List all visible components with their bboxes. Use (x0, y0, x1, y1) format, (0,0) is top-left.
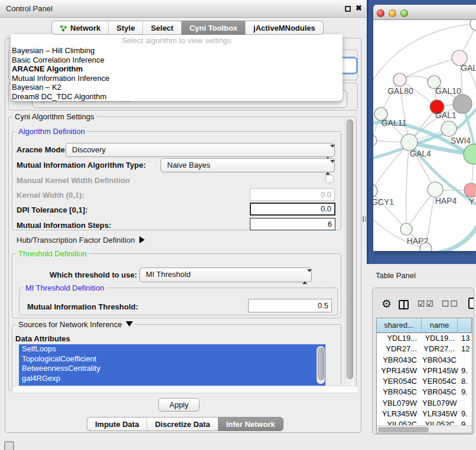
gear-icon[interactable]: ⚙ (382, 297, 392, 311)
algorithm-option[interactable]: Mutual Information Inference (12, 74, 341, 83)
mac-minimize-icon[interactable] (389, 9, 396, 17)
network-edge-thick[interactable] (441, 222, 476, 251)
network-node-gray-node[interactable] (453, 94, 472, 113)
table-cell[interactable]: YDR27... (422, 344, 459, 354)
network-node-salmon[interactable] (464, 183, 476, 197)
table-cell[interactable]: 9. (459, 409, 472, 419)
tab-network[interactable]: Network (51, 21, 108, 35)
close-icon[interactable]: ✖ (356, 4, 362, 12)
network-node-hap2[interactable] (400, 223, 412, 235)
table-cell[interactable]: YBL079W (422, 398, 459, 409)
kernel-width-field[interactable]: 0.0 (250, 188, 335, 201)
network-node-big-green[interactable] (464, 144, 476, 164)
attributes-vscrollbar[interactable] (317, 346, 325, 384)
table-row[interactable]: YPR145WYPR145W9. (377, 366, 472, 376)
table-cell[interactable]: 13 (459, 333, 472, 344)
mac-close-icon[interactable] (377, 9, 384, 17)
deselect-all-checks-icon[interactable]: ☐☐ (442, 299, 459, 308)
table-cell[interactable]: 9. (459, 387, 472, 397)
tab-cyni-toolbox[interactable]: Cyni Toolbox (181, 21, 245, 35)
table-cell[interactable]: YLR345W (422, 409, 459, 419)
table-row[interactable]: YDR27...YDR27...12 (377, 344, 472, 354)
column-header[interactable]: shared... (377, 318, 422, 333)
columns-icon[interactable] (399, 300, 409, 309)
table-cell[interactable]: YBR045C (377, 387, 422, 397)
mi-steps-field[interactable]: 6 (250, 218, 335, 230)
bottom-tab-impute-data[interactable]: Impute Data (87, 417, 146, 431)
algorithm-option[interactable]: Basic Correlation Inference (12, 56, 341, 65)
network-node-hap4[interactable] (428, 182, 443, 197)
panel-divider-grip[interactable] (363, 216, 366, 222)
table-cell[interactable]: 9 (459, 419, 472, 425)
table-hscrollbar-thumb[interactable] (378, 427, 429, 432)
tab-select[interactable]: Select (142, 21, 181, 35)
table-cell[interactable]: YIL052C (377, 419, 422, 425)
select-all-checks-icon[interactable]: ☑☑ (418, 299, 435, 308)
table-row[interactable]: YIL052CYIL052C9 (377, 419, 472, 425)
algorithm-option[interactable]: Dream8 DC_TDC Algorithm (12, 92, 341, 102)
table-cell[interactable]: YPR145W (377, 366, 422, 376)
table-row[interactable]: YBR043CYBR043C (377, 355, 472, 366)
dpi-tolerance-field[interactable]: 0.0 (250, 203, 335, 216)
settings-vscrollbar[interactable] (345, 118, 354, 390)
page-icon[interactable] (468, 298, 474, 309)
network-node-bottom-node[interactable] (420, 243, 432, 251)
table-cell[interactable]: YBL079W (377, 398, 422, 409)
float-window-icon[interactable] (345, 6, 351, 12)
column-header[interactable]: A (458, 318, 472, 333)
table-row[interactable]: YDL19...YDL19...13 (377, 333, 472, 344)
apply-button[interactable]: Apply (158, 398, 200, 412)
table-row[interactable]: YBR045CYBR045C9. (377, 387, 472, 397)
network-node-top-right[interactable] (470, 20, 476, 31)
network-canvas[interactable]: GAL7GAL80GAL10GAL1GAL11SWI4GAL4HAP4YGCY1… (373, 20, 476, 251)
algorithm-option[interactable]: Bayesian – K2 (12, 83, 341, 92)
tab-style[interactable]: Style (108, 21, 142, 35)
which-threshold-combo[interactable]: MI Threshold (139, 268, 312, 282)
manual-kernel-checkbox[interactable] (325, 175, 334, 183)
settings-hscrollbar[interactable] (12, 386, 359, 393)
table-row[interactable]: YLR345WYLR345W9. (377, 409, 472, 419)
table-cell[interactable]: 12 (459, 344, 472, 354)
bottom-left-partial-icon[interactable] (4, 441, 14, 450)
table-cell[interactable]: YER054C (377, 376, 422, 387)
table-cell[interactable]: YBR043C (422, 355, 459, 366)
table-cell[interactable] (459, 398, 472, 409)
table-cell[interactable]: YDL19... (422, 333, 459, 344)
network-node-swi4[interactable] (441, 121, 457, 136)
table-cell[interactable]: YDL19... (377, 333, 422, 344)
algorithm-option[interactable]: Bayesian – Hill Climbing (12, 46, 341, 56)
network-node-gcy1[interactable] (373, 184, 377, 197)
attributes-vscrollbar-thumb[interactable] (318, 347, 324, 380)
network-window-titlebar[interactable] (373, 5, 476, 20)
table-cell[interactable]: YBR045C (422, 387, 459, 397)
data-attribute-item[interactable]: TopologicalCoefficient (19, 354, 325, 364)
table-hscrollbar[interactable] (377, 425, 472, 433)
algorithm-option[interactable]: ARACNE Algorithm (12, 64, 341, 74)
table-cell[interactable]: YBR043C (377, 355, 422, 366)
column-header[interactable]: name (422, 318, 458, 333)
table-cell[interactable]: YPR145W (422, 366, 459, 376)
table-cell[interactable]: 8. (459, 376, 472, 387)
tab-jactivemnodules[interactable]: jActiveMNodules (245, 21, 324, 35)
sources-title[interactable]: Sources for Network Inference (16, 320, 135, 329)
data-attribute-item[interactable]: BetweennessCentrality (19, 364, 325, 374)
table-cell[interactable] (459, 355, 472, 366)
table-row[interactable]: YER054CYER054C8. (377, 376, 472, 387)
table-cell[interactable]: YLR345W (377, 409, 422, 419)
data-attribute-item[interactable]: gal4RGexp (19, 374, 325, 384)
table-cell[interactable]: YIL052C (422, 419, 459, 425)
table-cell[interactable]: YDR27... (377, 344, 422, 354)
table-cell[interactable]: 9. (459, 366, 472, 376)
network-node-gal80[interactable] (393, 73, 406, 86)
network-edge[interactable] (373, 191, 406, 229)
network-node-left-mid[interactable] (373, 135, 377, 146)
hub-definition-expander[interactable]: Hub/Transcription Factor Definition (17, 236, 145, 244)
mi-type-combo[interactable]: Naive Bayes (161, 158, 335, 172)
bottom-tab-infer-network[interactable]: Infer Network (218, 417, 283, 431)
data-attribute-item[interactable]: SelfLoops (19, 344, 325, 354)
network-node-gal4[interactable] (401, 134, 418, 151)
table-cell[interactable]: YER054C (422, 376, 459, 387)
network-edge[interactable] (406, 142, 409, 229)
mi-threshold-field[interactable]: 0.5 (248, 299, 332, 312)
settings-vscrollbar-thumb[interactable] (347, 119, 353, 379)
